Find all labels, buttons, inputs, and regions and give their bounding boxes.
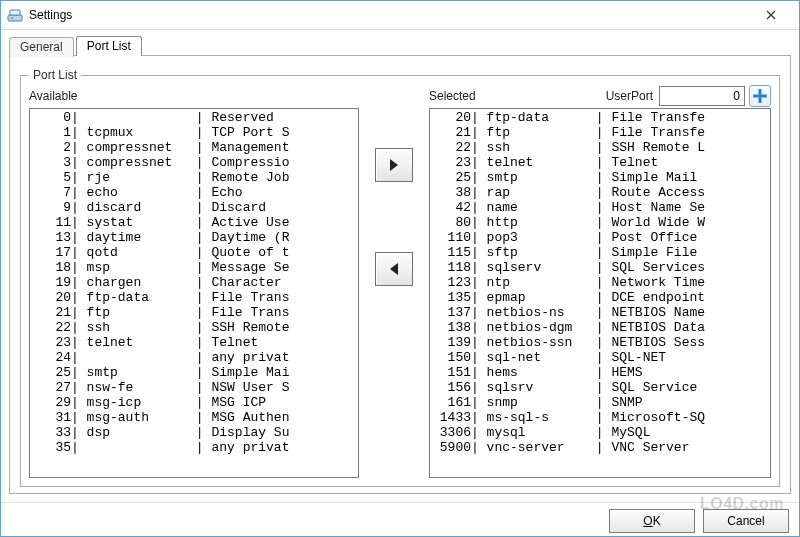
svg-point-2: [11, 17, 13, 19]
selected-label: Selected: [429, 89, 569, 103]
selected-listbox[interactable]: 20| ftp-data | File Transfe 21| ftp | Fi…: [429, 108, 771, 478]
close-button[interactable]: [749, 1, 793, 29]
settings-window: Settings General Port List Port List Ava…: [0, 0, 800, 537]
selected-scroll[interactable]: 20| ftp-data | File Transfe 21| ftp | Fi…: [430, 109, 770, 477]
headers-row: Available Selected UserPort: [29, 86, 771, 106]
svg-rect-1: [10, 10, 20, 15]
selected-list-content: 20| ftp-data | File Transfe 21| ftp | Fi…: [430, 109, 770, 456]
userport-input[interactable]: [659, 86, 745, 106]
cancel-button[interactable]: Cancel: [703, 509, 789, 533]
available-list-content: 0| | Reserved 1| tcpmux | TCP Port S 2| …: [30, 109, 358, 456]
titlebar: Settings: [1, 1, 799, 30]
available-label: Available: [29, 89, 359, 103]
userport-label: UserPort: [606, 89, 653, 103]
footer: OK Cancel: [1, 502, 799, 537]
tab-body: Port List Available Selected UserPort: [9, 55, 791, 494]
transfer-buttons: [359, 108, 429, 478]
tab-general[interactable]: General: [9, 37, 74, 57]
move-right-button[interactable]: [375, 148, 413, 182]
window-title: Settings: [29, 8, 749, 22]
window-body: General Port List Port List Available Se…: [1, 30, 799, 502]
svg-rect-0: [8, 15, 22, 21]
userport-area: UserPort: [569, 85, 771, 107]
available-listbox[interactable]: 0| | Reserved 1| tcpmux | TCP Port S 2| …: [29, 108, 359, 478]
move-left-button[interactable]: [375, 252, 413, 286]
tabs-row: General Port List: [9, 36, 791, 56]
portlist-fieldset: Port List Available Selected UserPort: [20, 68, 780, 487]
app-icon: [7, 7, 23, 23]
portlist-legend: Port List: [29, 68, 81, 82]
lists-row: 0| | Reserved 1| tcpmux | TCP Port S 2| …: [29, 108, 771, 478]
tab-port-list[interactable]: Port List: [76, 36, 142, 56]
ok-button[interactable]: OK: [609, 509, 695, 533]
add-userport-button[interactable]: [749, 85, 771, 107]
available-scroll[interactable]: 0| | Reserved 1| tcpmux | TCP Port S 2| …: [30, 109, 358, 477]
